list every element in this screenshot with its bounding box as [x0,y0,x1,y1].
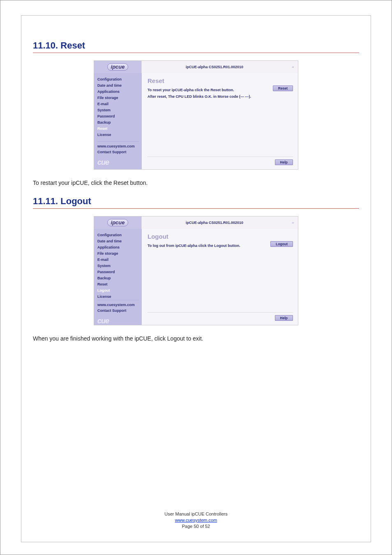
panel-heading: Reset [148,77,293,84]
ipcue-logo: ipcue [107,63,129,71]
sidebar-item[interactable]: E-mail [97,257,138,263]
panel-line1: To reset your ipCUE-alpha click the Rese… [148,87,293,93]
screenshot-reset-wrap: ipcue ipCUE-alpha CS0251.R01.002010 ∝ Co… [33,60,359,170]
page-footer: User Manual ipCUE Controllers www.cuesys… [21,511,371,530]
sidebar-item[interactable]: Logout [97,288,138,294]
section-heading-logout: 11.11. Logout [33,196,359,207]
sidebar-item[interactable]: Applications [97,244,138,251]
sidebar-item[interactable]: Applications [97,89,138,95]
ipcue-window-reset: ipcue ipCUE-alpha CS0251.R01.002010 ∝ Co… [94,60,298,170]
sidebar-nav: ConfigurationDate and timeApplicationsFi… [97,76,138,138]
sidebar: ConfigurationDate and timeApplicationsFi… [94,73,142,169]
sidebar-item[interactable]: Date and time [97,238,138,244]
sidebar-item[interactable]: File storage [97,95,138,101]
sidebar-item[interactable]: Password [97,269,138,275]
sidebar-item[interactable]: Backup [97,275,138,281]
body-text-logout: When you are finished working with the i… [33,335,359,342]
sidebar-item[interactable]: Configuration [97,76,138,83]
main-footer: Help [148,312,293,321]
topbar: ipcue ipCUE-alpha CS0251.R01.002010 ∝ [94,216,298,229]
brand-text: cue [97,158,138,167]
sidebar-item[interactable]: Backup [97,120,138,126]
sidebar-link-contact[interactable]: Contact Support [97,149,138,155]
sidebar-item[interactable]: License [97,132,138,138]
sidebar: ConfigurationDate and timeApplicationsFi… [94,229,142,325]
section-rule [33,208,359,209]
logo-box: ipcue [94,216,142,229]
section-rule [33,53,359,53]
main-panel: Logout Logout To log out from ipCUE-alph… [142,229,298,325]
sidebar-item[interactable]: Reset [97,126,138,132]
sidebar-link-site[interactable]: www.cuesystem.com [97,143,138,149]
panel-heading: Logout [148,233,293,240]
sidebar-item[interactable]: System [97,263,138,269]
logo-box: ipcue [94,61,142,73]
sidebar-link-contact[interactable]: Contact Support [97,308,138,313]
screenshot-logout-wrap: ipcue ipCUE-alpha CS0251.R01.002010 ∝ Co… [33,216,359,325]
sidebar-item[interactable]: Date and time [97,83,138,89]
panel-line2: After reset, The CPU LED blinks O.K. in … [148,93,293,100]
footer-link[interactable]: www.cuesystem.com [175,518,217,523]
section-heading-reset: 11.10. Reset [33,40,359,51]
sidebar-item[interactable]: Password [97,113,138,120]
topbar: ipcue ipCUE-alpha CS0251.R01.002010 ∝ [94,61,298,73]
main-panel: Reset Reset To reset your ipCUE-alpha cl… [142,73,298,169]
main-footer: Help [148,157,293,165]
app-title: ipCUE-alpha CS0251.R01.002010 [142,65,287,69]
help-button[interactable]: Help [275,315,293,321]
corner-icon: ∝ [287,216,298,229]
sidebar-link-site[interactable]: www.cuesystem.com [97,302,138,308]
app-title: ipCUE-alpha CS0251.R01.002010 [142,221,287,225]
sidebar-item[interactable]: E-mail [97,101,138,107]
footer-line3: Page 50 of 52 [21,523,371,530]
sidebar-item[interactable]: Reset [97,281,138,288]
help-button[interactable]: Help [275,159,293,165]
sidebar-bottom-links: www.cuesystem.com Contact Support [97,141,138,155]
reset-button[interactable]: Reset [273,85,293,91]
sidebar-item[interactable]: File storage [97,251,138,257]
body-text-reset: To restart your ipCUE, click the Reset b… [33,180,359,186]
sidebar-bottom-links: www.cuesystem.com Contact Support [97,300,138,313]
corner-icon: ∝ [287,61,298,73]
sidebar-nav: ConfigurationDate and timeApplicationsFi… [97,232,138,300]
sidebar-item[interactable]: System [97,107,138,113]
footer-line1: User Manual ipCUE Controllers [21,511,371,517]
ipcue-logo: ipcue [107,219,129,226]
sidebar-item[interactable]: Configuration [97,232,138,238]
sidebar-item[interactable]: License [97,294,138,300]
logout-button[interactable]: Logout [270,241,293,247]
brand-text: cue [97,317,138,325]
ipcue-window-logout: ipcue ipCUE-alpha CS0251.R01.002010 ∝ Co… [94,216,298,325]
